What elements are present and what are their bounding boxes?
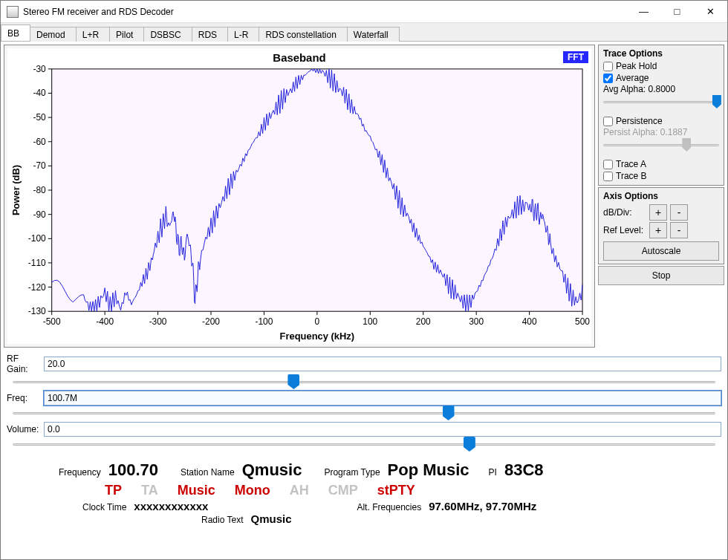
trace-options-panel: Trace Options Peak Hold Average Avg Alph… (598, 45, 724, 186)
svg-text:Frequency (kHz): Frequency (kHz) (280, 331, 355, 342)
svg-text:-40: -40 (33, 88, 47, 98)
stop-button[interactable]: Stop (598, 266, 724, 285)
autoscale-button[interactable]: Autoscale (603, 241, 719, 261)
plot-pane: FFT Baseband-500-400-300-200-10001002003… (4, 45, 595, 348)
status-clock-label: Clock Time (82, 502, 126, 512)
persist-alpha-slider[interactable] (603, 139, 719, 152)
db-div-label: dB/Div: (603, 207, 646, 218)
svg-text:-500: -500 (43, 316, 61, 327)
svg-text:Baseband: Baseband (273, 51, 325, 64)
spectrum-plot[interactable]: Baseband-500-400-300-200-100010020030040… (7, 48, 591, 344)
svg-text:-30: -30 (33, 64, 47, 74)
freq-input[interactable] (44, 391, 721, 406)
volume-input[interactable] (44, 422, 721, 437)
trace-options-title: Trace Options (603, 48, 719, 60)
close-button[interactable]: ✕ (694, 1, 727, 22)
svg-text:200: 200 (416, 316, 431, 327)
rf-gain-label: RF Gain: (7, 354, 41, 374)
svg-text:-120: -120 (28, 282, 46, 293)
flag-cmp: CMP (328, 483, 358, 498)
persistence-checkbox[interactable]: Persistence (603, 115, 719, 127)
svg-text:100: 100 (363, 316, 377, 327)
status-radiotext-label: Radio Text (201, 515, 243, 525)
svg-text:-50: -50 (33, 112, 47, 123)
svg-text:-70: -70 (33, 160, 47, 171)
tab-rds[interactable]: RDS (192, 27, 228, 42)
status-freq-value: 100.70 (108, 460, 158, 480)
tab-pilot[interactable]: Pilot (109, 27, 144, 42)
flag-ta: TA (141, 483, 158, 498)
ref-level-minus[interactable]: - (670, 222, 688, 238)
status-panel: Frequency 100.70 Station Name Qmusic Pro… (1, 456, 727, 530)
average-checkbox[interactable]: Average (603, 72, 719, 84)
axis-options-title: Axis Options (603, 191, 719, 203)
svg-text:Power (dB): Power (dB) (10, 165, 22, 215)
tab-l-r[interactable]: L-R (227, 27, 259, 42)
status-pi-value: 83C8 (504, 460, 544, 480)
titlebar: Stereo FM receiver and RDS Decoder — □ ✕ (1, 1, 727, 23)
tab-l-r[interactable]: L+R (76, 27, 110, 42)
trace-b-checkbox[interactable]: Trace B (603, 170, 719, 182)
window-title: Stereo FM receiver and RDS Decoder (23, 7, 627, 17)
tab-demod[interactable]: Demod (30, 27, 77, 42)
status-clock-value: xxxxxxxxxxxx (134, 500, 208, 512)
app-icon (7, 6, 19, 18)
status-station-label: Station Name (181, 467, 235, 478)
ref-level-plus[interactable]: + (649, 222, 667, 238)
avg-alpha-slider[interactable] (603, 96, 719, 109)
svg-text:400: 400 (522, 316, 537, 327)
trace-a-checkbox[interactable]: Trace A (603, 158, 719, 170)
freq-label: Freq: (7, 393, 41, 403)
svg-text:-60: -60 (33, 137, 47, 147)
svg-text:500: 500 (575, 316, 590, 327)
flag-ah: AH (290, 483, 309, 498)
flag-stpty: stPTY (377, 483, 415, 498)
tab-bb[interactable]: BB (1, 25, 30, 41)
svg-rect-0 (52, 69, 582, 311)
status-ptype-value: Pop Music (388, 460, 469, 480)
svg-text:0: 0 (315, 316, 320, 327)
flag-tp: TP (105, 483, 122, 498)
flag-mono: Mono (235, 483, 270, 498)
maximize-button[interactable]: □ (660, 1, 694, 22)
svg-text:-300: -300 (149, 316, 167, 327)
status-freq-label: Frequency (59, 467, 101, 478)
svg-text:300: 300 (469, 316, 484, 327)
axis-options-panel: Axis Options dB/Div: + - Ref Level: + - … (598, 187, 724, 264)
db-div-minus[interactable]: - (670, 204, 688, 221)
status-ptype-label: Program Type (324, 467, 380, 478)
tab-bar: BBDemodL+RPilotDSBSCRDSL-RRDS constellat… (1, 23, 727, 41)
peak-hold-checkbox[interactable]: Peak Hold (603, 60, 719, 72)
db-div-plus[interactable]: + (649, 204, 667, 221)
ref-level-label: Ref Level: (603, 225, 646, 235)
status-station-value: Qmusic (242, 460, 302, 480)
tab-waterfall[interactable]: Waterfall (347, 27, 400, 42)
volume-label: Volume: (7, 424, 41, 434)
svg-text:-200: -200 (202, 316, 220, 327)
tab-rds-constellation[interactable]: RDS constellation (259, 27, 347, 42)
svg-text:-110: -110 (28, 258, 46, 268)
persist-alpha-label: Persist Alpha: 0.1887 (603, 127, 719, 137)
status-altf-value: 97.60MHz, 97.70MHz (429, 500, 536, 512)
svg-text:-130: -130 (28, 306, 46, 316)
svg-text:-80: -80 (33, 185, 47, 195)
avg-alpha-label: Avg Alpha: 0.8000 (603, 84, 719, 94)
rf-gain-input[interactable] (44, 356, 721, 371)
fft-badge[interactable]: FFT (563, 51, 588, 63)
status-radiotext-value: Qmusic (250, 512, 291, 525)
svg-text:-90: -90 (33, 209, 47, 220)
volume-slider[interactable] (13, 438, 715, 452)
status-altf-label: Alt. Frequencies (357, 502, 421, 512)
status-pi-label: PI (489, 467, 497, 478)
svg-text:-100: -100 (256, 316, 273, 327)
freq-slider[interactable] (13, 407, 715, 420)
svg-text:-400: -400 (96, 316, 114, 327)
svg-text:-100: -100 (28, 233, 46, 244)
rf-gain-slider[interactable] (13, 376, 715, 389)
tab-dsbsc[interactable]: DSBSC (143, 27, 192, 42)
minimize-button[interactable]: — (627, 1, 660, 22)
flag-music: Music (178, 483, 215, 498)
